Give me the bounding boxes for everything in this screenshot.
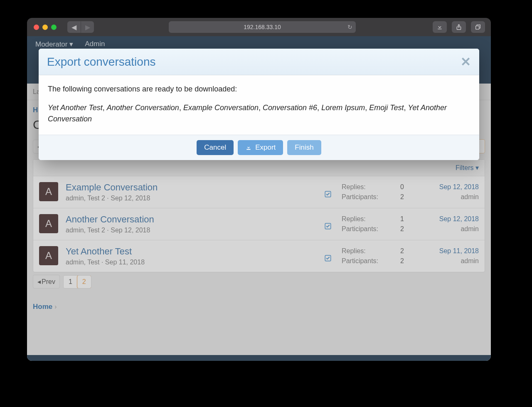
back-button[interactable]: ◀ xyxy=(67,21,81,33)
close-icon[interactable]: ✕ xyxy=(461,54,471,69)
downloads-icon[interactable] xyxy=(433,21,447,33)
share-icon[interactable] xyxy=(452,21,466,33)
export-button[interactable]: Export xyxy=(238,140,283,155)
forward-button[interactable]: ▶ xyxy=(81,21,94,33)
modal-title: Export conversations xyxy=(47,55,155,69)
download-icon xyxy=(245,144,252,151)
finish-button[interactable]: Finish xyxy=(287,140,321,155)
url-text: 192.168.33.10 xyxy=(244,24,281,30)
svg-rect-1 xyxy=(476,26,479,29)
cancel-button[interactable]: Cancel xyxy=(197,140,234,155)
modal-conversation-list: Yet Another Test, Another Conversation, … xyxy=(48,102,470,125)
window-close-icon[interactable] xyxy=(34,25,39,30)
reload-icon[interactable]: ↻ xyxy=(347,24,352,30)
window-minimize-icon[interactable] xyxy=(42,25,48,30)
modal-intro: The following conversations are ready to… xyxy=(48,84,470,95)
window-zoom-icon[interactable] xyxy=(51,25,57,30)
address-bar[interactable]: 192.168.33.10 ↻ xyxy=(169,21,356,33)
tabs-icon[interactable] xyxy=(471,21,485,33)
export-conversations-modal: Export conversations ✕ The following con… xyxy=(39,49,479,160)
export-label: Export xyxy=(255,143,276,152)
browser-titlebar: ◀ ▶ 192.168.33.10 ↻ xyxy=(27,18,491,36)
